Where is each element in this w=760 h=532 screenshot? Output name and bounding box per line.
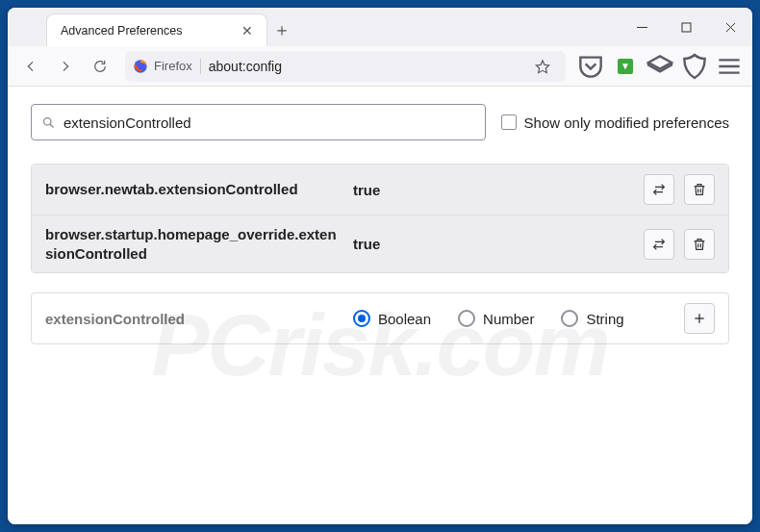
search-icon — [41, 115, 56, 130]
close-window-button[interactable] — [708, 8, 752, 46]
preference-list: browser.newtab.extensionControlled true … — [31, 164, 729, 273]
pocket-icon[interactable] — [575, 52, 606, 81]
toggle-button[interactable] — [644, 174, 674, 205]
pref-name: browser.newtab.extensionControlled — [45, 180, 343, 199]
maximize-button[interactable] — [664, 8, 708, 46]
content-area: extensionControlled Show only modified p… — [8, 87, 752, 524]
checkbox-icon[interactable] — [501, 114, 517, 130]
tab-title: Advanced Preferences — [61, 24, 238, 38]
filter-checkbox-row[interactable]: Show only modified preferences — [501, 114, 729, 131]
pref-name: browser.startup.homepage_override.extens… — [45, 225, 343, 263]
url-text: about:config — [209, 59, 527, 74]
delete-button[interactable] — [684, 174, 715, 205]
svg-rect-1 — [682, 23, 691, 32]
protection-icon[interactable] — [679, 52, 710, 81]
site-identity[interactable]: Firefox — [133, 59, 201, 74]
radio-number[interactable]: Number — [458, 310, 534, 327]
radio-label: Number — [483, 311, 534, 327]
account-icon[interactable] — [645, 52, 675, 81]
pref-value: true — [353, 182, 634, 198]
type-radio-group: Boolean Number String — [353, 310, 674, 327]
filter-label: Show only modified preferences — [524, 114, 729, 131]
browser-tab[interactable]: Advanced Preferences ✕ — [46, 13, 267, 46]
browser-window: Advanced Preferences ✕ ＋ Firefox about:c… — [8, 8, 752, 524]
search-input[interactable]: extensionControlled — [31, 104, 486, 140]
new-pref-name: extensionControlled — [45, 311, 343, 327]
preference-row: browser.startup.homepage_override.extens… — [32, 215, 728, 272]
radio-boolean[interactable]: Boolean — [353, 310, 431, 327]
toolbar: Firefox about:config ▼ — [8, 46, 752, 87]
add-preference-row: extensionControlled Boolean Number Strin… — [31, 292, 729, 344]
pref-value: true — [353, 236, 634, 252]
site-identity-label: Firefox — [154, 59, 192, 73]
reload-button[interactable] — [85, 52, 115, 81]
search-value: extensionControlled — [63, 114, 191, 131]
radio-string[interactable]: String — [561, 310, 623, 327]
menu-icon[interactable] — [714, 52, 745, 81]
minimize-button[interactable] — [620, 8, 664, 46]
back-button[interactable] — [15, 52, 46, 81]
svg-point-9 — [44, 117, 52, 125]
radio-label: Boolean — [378, 311, 431, 327]
radio-icon — [458, 310, 475, 327]
firefox-logo-icon — [133, 59, 148, 74]
radio-label: String — [586, 311, 623, 327]
add-button[interactable] — [684, 303, 715, 334]
new-tab-button[interactable]: ＋ — [267, 13, 296, 46]
svg-marker-5 — [536, 61, 548, 73]
extension-icon[interactable]: ▼ — [610, 52, 641, 81]
address-bar[interactable]: Firefox about:config — [125, 51, 566, 82]
bookmark-star-icon[interactable] — [527, 52, 558, 81]
svg-line-10 — [50, 124, 53, 127]
forward-button[interactable] — [50, 52, 81, 81]
search-row: extensionControlled Show only modified p… — [31, 104, 729, 140]
radio-icon — [353, 310, 370, 327]
radio-icon — [561, 310, 578, 327]
close-tab-icon[interactable]: ✕ — [238, 21, 257, 40]
preference-row: browser.newtab.extensionControlled true — [32, 165, 728, 215]
titlebar: Advanced Preferences ✕ ＋ — [8, 8, 752, 46]
delete-button[interactable] — [684, 229, 715, 260]
window-controls — [620, 8, 752, 46]
toggle-button[interactable] — [644, 229, 674, 260]
